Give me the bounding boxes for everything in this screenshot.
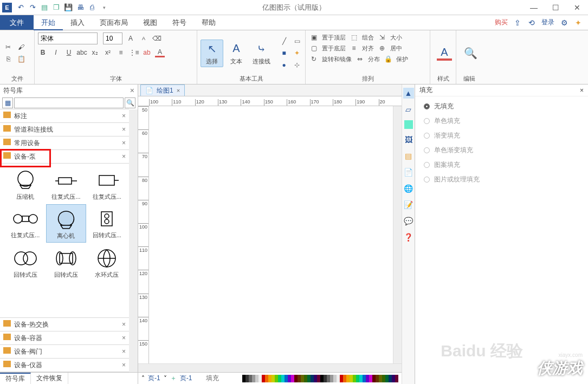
category-5[interactable]: 设备-容器× (0, 331, 129, 345)
drawing-canvas[interactable] (149, 106, 393, 363)
copy-icon[interactable]: ⎘ (3, 54, 13, 64)
tab-insert[interactable]: 插入 (63, 15, 92, 30)
bottom-tab-recovery[interactable]: 文件恢复 (31, 373, 68, 384)
text-tool[interactable]: A文本 (225, 40, 247, 67)
save-icon[interactable]: 💾 (64, 3, 73, 12)
fill-option-2[interactable]: 渐变填充 (424, 131, 579, 140)
clear-format-icon[interactable]: ⌫ (152, 34, 161, 43)
dock-layers-icon[interactable]: ▤ (403, 151, 414, 161)
brush-icon[interactable]: 🖌 (16, 42, 26, 52)
tab-layout[interactable]: 页面布局 (92, 15, 135, 30)
bring-front-icon[interactable]: ▣ (309, 32, 319, 42)
library-picker-icon[interactable]: ▦ (2, 97, 13, 108)
strike-icon[interactable]: abc (77, 48, 87, 57)
dock-pic-icon[interactable]: 🖼 (403, 134, 414, 145)
italic-icon[interactable]: I (51, 48, 61, 57)
bottom-tab-library[interactable]: 符号库 (0, 373, 31, 384)
close-button[interactable]: ✕ (566, 0, 588, 15)
grow-font-icon[interactable]: A (126, 34, 135, 43)
dock-comment-icon[interactable]: 💬 (403, 216, 414, 226)
send-back-icon[interactable]: ▢ (309, 43, 319, 53)
category-3[interactable]: 设备-泵× (0, 149, 129, 164)
fill-option-4[interactable]: 图案填充 (424, 160, 579, 170)
find-button[interactable]: 🔍 (460, 44, 481, 62)
category-7[interactable]: 设备-仪器× (0, 358, 129, 372)
select-tool[interactable]: ↖选择 (201, 40, 223, 67)
shape-item-4[interactable]: 离心机 (46, 204, 86, 243)
dock-color-icon[interactable] (404, 120, 413, 129)
size-icon[interactable]: ⇲ (377, 32, 387, 42)
shrink-font-icon[interactable]: A (139, 34, 148, 43)
rotate-label[interactable]: 旋转和镜像 (322, 55, 352, 63)
underline-icon[interactable]: U (64, 48, 74, 57)
redo-icon[interactable]: ↷ (28, 3, 37, 12)
settings-icon[interactable]: ⚙ (560, 18, 568, 27)
font-size-combo[interactable] (103, 32, 122, 44)
connector-tool[interactable]: ⤷连接线 (249, 40, 274, 67)
center-icon[interactable]: ⊕ (377, 43, 387, 53)
group-icon[interactable]: ⬚ (349, 32, 359, 42)
shape-item-2[interactable]: 往复式压... (87, 166, 127, 203)
send-back-label[interactable]: 置于底层 (322, 44, 346, 53)
page-nav-up-icon[interactable]: ˄ (141, 375, 145, 382)
crop-shape-icon[interactable]: ⊹ (292, 60, 302, 70)
minimize-button[interactable]: — (523, 0, 545, 15)
qat-dropdown-icon[interactable]: ▾ (100, 3, 108, 12)
size-label[interactable]: 大小 (390, 34, 402, 42)
square-shape-icon[interactable]: ■ (279, 48, 289, 58)
page-nav-2[interactable]: 页-1 (180, 374, 192, 383)
shape-item-6[interactable]: 回转式压 (5, 244, 45, 281)
tab-help[interactable]: 帮助 (194, 15, 223, 30)
distribute-icon[interactable]: ⇔ (355, 54, 365, 64)
align-icon[interactable]: ≡ (349, 43, 359, 53)
buy-link[interactable]: 购买 (495, 18, 508, 27)
circle-shape-icon[interactable]: ● (279, 60, 289, 70)
shape-item-3[interactable]: 往复式压... (5, 204, 45, 243)
new-icon[interactable]: ▤ (40, 3, 49, 12)
dock-doc-icon[interactable]: 📝 (403, 199, 414, 210)
subscript-icon[interactable]: x₂ (90, 48, 100, 57)
category-1[interactable]: 管道和连接线× (0, 122, 129, 136)
open-icon[interactable]: ❐ (52, 3, 61, 12)
star-shape-icon[interactable]: ✦ (292, 48, 302, 58)
category-2[interactable]: 常用设备× (0, 136, 129, 150)
doc-tab-1[interactable]: 📄 绘图1 × (140, 84, 185, 96)
style-button[interactable]: A (434, 44, 455, 62)
protect-icon[interactable]: 🔒 (383, 54, 393, 64)
fill-option-3[interactable]: 单色渐变填充 (424, 146, 579, 155)
tab-start[interactable]: 开始 (34, 15, 63, 30)
color-swatches[interactable] (242, 375, 398, 382)
symbol-search-input[interactable] (14, 97, 124, 108)
rotate-icon[interactable]: ↻ (309, 54, 319, 64)
canvas-hscrollbar[interactable] (138, 363, 402, 372)
search-icon[interactable]: 🔍 (125, 97, 135, 108)
group-label[interactable]: 组合 (362, 34, 374, 42)
align-label[interactable]: 对齐 (362, 44, 374, 53)
page-nav-down-icon[interactable]: ˅ (164, 375, 167, 382)
left-panel-close-icon[interactable]: × (130, 86, 134, 95)
cloud-icon[interactable]: ⟲ (527, 18, 536, 27)
fill-option-5[interactable]: 图片或纹理填充 (424, 175, 579, 184)
font-color-icon[interactable]: A (155, 48, 165, 57)
tab-symbol[interactable]: 符号 (165, 15, 194, 30)
page-nav-1[interactable]: 页-1 (148, 374, 160, 383)
rect-shape-icon[interactable]: ▭ (292, 36, 302, 46)
bold-icon[interactable]: B (38, 48, 48, 57)
shape-item-5[interactable]: 回转式压... (87, 204, 127, 243)
doc-tab-close-icon[interactable]: × (177, 87, 180, 94)
line-shape-icon[interactable]: ╱ (279, 36, 289, 46)
font-name-combo[interactable] (38, 32, 98, 44)
category-4[interactable]: 设备-热交换× (0, 317, 129, 331)
shape-item-0[interactable]: 压缩机 (5, 166, 45, 203)
maximize-button[interactable]: ☐ (545, 0, 566, 15)
paste-icon[interactable]: 📋 (16, 54, 26, 64)
add-page-icon[interactable]: ＋ (170, 374, 177, 383)
dock-fill-icon[interactable]: ▲ (403, 88, 414, 99)
share-icon[interactable]: ⇪ (513, 18, 522, 27)
export-icon[interactable]: ⎙ (88, 3, 96, 12)
cut-icon[interactable]: ✂ (3, 42, 13, 52)
dock-pages-icon[interactable]: 📄 (403, 167, 414, 178)
dock-help-icon[interactable]: ❓ (403, 232, 414, 243)
distribute-label[interactable]: 分布 (368, 55, 380, 63)
bring-front-label[interactable]: 置于顶层 (322, 34, 346, 42)
